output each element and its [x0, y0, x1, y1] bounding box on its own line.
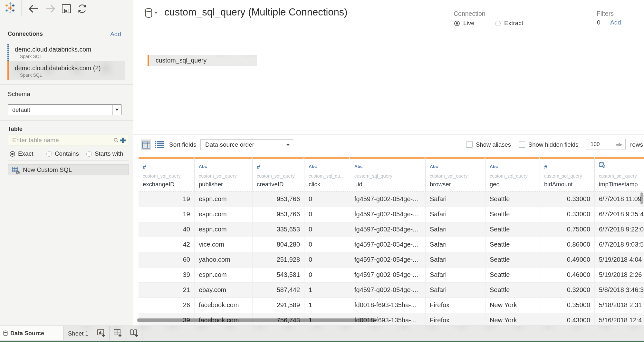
table-cell-exchangeID: 40 [139, 222, 195, 237]
grid-view-button[interactable] [141, 140, 151, 150]
table-cell-click: 1 [304, 283, 350, 298]
column-header-creativeID[interactable]: #custom_sql_querycreativeID [253, 157, 304, 191]
table-cell-bidAmount: 0.32000 [540, 283, 595, 298]
apply-rows-arrow-icon[interactable] [615, 142, 622, 147]
add-filter-link[interactable]: Add [610, 19, 621, 26]
radio-icon [495, 21, 501, 26]
column-header-publisher[interactable]: Abccustom_sql_querypublisher [195, 157, 253, 191]
table-cell-creativeID: 251,928 [253, 252, 304, 267]
data-source-title: custom_sql_query (Multiple Connections) [164, 6, 348, 18]
tab-sheet-1[interactable]: Sheet 1 [64, 326, 93, 340]
table-cell-impTimestamp: 5/19/2018 2:26 [595, 268, 644, 282]
show-aliases-label: Show aliases [476, 141, 511, 148]
table-cell-bidAmount: 0.43000 [540, 313, 595, 326]
table-cell-geo: Seattle [485, 283, 540, 298]
table-cell-publisher: facebook.com [195, 298, 253, 313]
save-button[interactable] [61, 3, 73, 15]
column-header-uid[interactable]: Abccustom_sql_queryuid [350, 157, 426, 191]
table-cell-exchangeID: 26 [139, 298, 195, 313]
column-header-exchangeID[interactable]: #custom_sql_queryexchangeID [139, 157, 195, 191]
column-field-name: exchangeID [143, 181, 175, 188]
show-hidden-fields-label: Show hidden fields [528, 141, 578, 148]
data-source-icon[interactable] [145, 8, 153, 19]
add-connection-link[interactable]: Add [110, 31, 121, 38]
canvas-grid-divider [133, 134, 644, 135]
sidebar: Connections Add demo.cloud.databricks.co… [0, 0, 133, 326]
new-story-icon [130, 329, 139, 337]
radio-icon [454, 21, 460, 26]
table-cell-click: 0 [304, 192, 350, 207]
table-row: 21ebay.com587,4421fg4597-g002-054ge-...S… [139, 283, 644, 298]
grid-view-icon [142, 141, 150, 149]
show-hidden-fields-checkbox[interactable] [519, 141, 525, 148]
show-aliases-checkbox[interactable] [466, 141, 473, 148]
data-preview-table: #custom_sql_queryexchangeIDAbccustom_sql… [139, 157, 644, 326]
undo-button[interactable] [27, 3, 40, 15]
table-cell-impTimestamp: 6/7/2018 11:09 [595, 192, 644, 207]
datetime-type-icon [599, 161, 605, 169]
radio-extract[interactable]: Extract [495, 20, 523, 27]
column-source: custom_sql_query [143, 173, 181, 179]
horizontal-scrollbar-thumb[interactable] [137, 318, 377, 322]
table-cell-browser: Firefox [426, 313, 485, 326]
table-cell-uid: fg4597-g002-054ge-... [350, 207, 426, 222]
table-cell-uid: fg4597-g002-054ge-... [350, 222, 426, 237]
radio-exact[interactable]: Exact [10, 150, 33, 157]
column-header-click[interactable]: Abccustom_sql_qu...click [304, 157, 350, 191]
table-cell-publisher: espn.com [195, 192, 253, 207]
column-field-name: creativeID [257, 181, 284, 188]
table-cell-geo: New York [485, 313, 540, 326]
data-source-menu-caret[interactable] [154, 12, 158, 14]
table-row: 19espn.com953,7660fg4597-g002-054ge-...S… [139, 207, 644, 222]
new-worksheet-button[interactable] [93, 326, 110, 340]
schema-select[interactable]: default [8, 104, 121, 115]
table-cell-creativeID: 953,766 [253, 207, 304, 222]
sort-fields-label: Sort fields [169, 141, 196, 148]
table-cell-impTimestamp: 5/18/2018 2:31 [595, 298, 644, 313]
row-count-input[interactable]: 100 [586, 139, 626, 150]
redo-button[interactable] [44, 3, 56, 15]
radio-contains[interactable]: Contains [46, 150, 79, 157]
metadata-view-button[interactable] [154, 140, 165, 150]
vertical-scrollbar-thumb[interactable] [640, 192, 643, 204]
search-icon [113, 137, 119, 144]
number-type-icon: # [257, 164, 260, 171]
column-header-impTimestamp[interactable]: custom_sql_queryimpTimestamp [595, 157, 644, 191]
sort-order-select[interactable]: Data source order [200, 139, 293, 150]
table-cell-exchangeID: 19 [139, 207, 195, 222]
connection-item-selected[interactable]: demo.cloud.databricks.com (2) Spark SQL [7, 61, 125, 80]
connection-type: Spark SQL [20, 73, 42, 78]
schema-label: Schema [8, 91, 30, 98]
connections-header: Connections Add [8, 31, 121, 37]
data-source-tab-icon [3, 330, 8, 336]
tab-data-source[interactable]: Data Source [0, 326, 64, 340]
new-custom-sql-button[interactable]: New Custom SQL [8, 164, 129, 175]
add-table-icon[interactable] [120, 137, 126, 145]
column-header-geo[interactable]: Abccustom_sql_querygeo [485, 157, 540, 191]
schema-select-caret[interactable] [112, 105, 121, 115]
refresh-data-source-button[interactable] [76, 3, 88, 15]
chevron-down-icon [115, 109, 119, 111]
filters-divider [605, 19, 605, 26]
table-search-input[interactable]: Enter table name [8, 134, 129, 146]
column-accent-bar [304, 157, 349, 159]
new-dashboard-button[interactable] [110, 326, 126, 340]
canvas-table-chip[interactable]: custom_sql_query [148, 55, 257, 66]
table-cell-creativeID: 335,653 [253, 222, 304, 237]
radio-live[interactable]: Live [454, 20, 475, 27]
chip-label: custom_sql_query [156, 57, 207, 64]
column-accent-bar [253, 157, 303, 159]
table-cell-exchangeID: 19 [139, 192, 195, 207]
string-type-icon: Abc [490, 164, 498, 169]
table-cell-click: 1 [304, 298, 350, 313]
table-cell-impTimestamp: 5/8/2018 3:46:3 [595, 283, 644, 298]
new-story-button[interactable] [126, 326, 142, 340]
table-match-options: Exact Contains Starts with [8, 150, 129, 157]
connection-name: demo.cloud.databricks.com [15, 46, 91, 53]
radio-starts-with[interactable]: Starts with [86, 150, 123, 157]
sort-select-caret[interactable] [283, 140, 293, 150]
column-header-browser[interactable]: Abccustom_sql_querybrowser [426, 157, 485, 191]
connection-item[interactable]: demo.cloud.databricks.com Spark SQL [7, 44, 125, 61]
column-accent-bar [139, 157, 194, 159]
column-header-bidAmount[interactable]: #custom_sql_querybidAmount [540, 157, 595, 191]
